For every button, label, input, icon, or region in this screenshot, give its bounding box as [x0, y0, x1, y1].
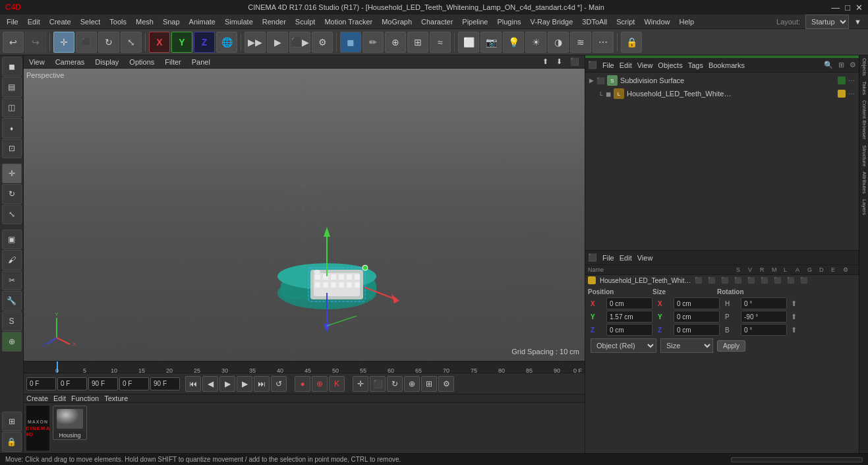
- move-anim-btn[interactable]: ✛: [353, 376, 368, 392]
- scale-tool-btn[interactable]: ⬛: [76, 32, 97, 53]
- menu-3dtoall[interactable]: 3DToAll: [578, 16, 611, 27]
- menu-motiontacker[interactable]: Motion Tracker: [320, 16, 376, 27]
- coord-system-select[interactable]: Object (Rel) World: [591, 338, 656, 353]
- grid-toggle-btn[interactable]: ⊞: [2, 412, 22, 431]
- bottom-file-btn[interactable]: File: [602, 254, 614, 262]
- mat-create-btn[interactable]: Create: [26, 394, 48, 402]
- menu-plugins[interactable]: Plugins: [493, 16, 525, 27]
- viewport-menu-panel[interactable]: Panel: [189, 58, 213, 66]
- grid-anim-btn[interactable]: ⊞: [421, 376, 437, 392]
- obj-bookmarks-btn[interactable]: Bookmarks: [709, 61, 745, 69]
- render-to-po-btn[interactable]: ⬛▶: [289, 32, 310, 53]
- pivot-anim-btn[interactable]: ⊕: [404, 376, 420, 392]
- z-axis-btn[interactable]: Z: [194, 32, 215, 53]
- menu-mograph[interactable]: MoGraph: [378, 16, 416, 27]
- render-settings-btn[interactable]: ⚙: [312, 32, 333, 53]
- camera-btn[interactable]: 📷: [480, 32, 502, 53]
- menu-character[interactable]: Character: [417, 16, 457, 27]
- obj-tags-btn[interactable]: Tags: [688, 61, 703, 69]
- menu-pipeline[interactable]: Pipeline: [458, 16, 492, 27]
- menu-edit[interactable]: Edit: [24, 16, 44, 27]
- go-start-btn[interactable]: ⏮: [185, 376, 201, 392]
- obj-edit-btn[interactable]: Edit: [620, 61, 632, 69]
- bottom-edit-btn[interactable]: Edit: [620, 254, 632, 262]
- deformer-btn[interactable]: ≈: [430, 32, 451, 53]
- preview-end-field[interactable]: 90 F: [150, 377, 180, 390]
- menu-simulate[interactable]: Simulate: [221, 16, 257, 27]
- material-btn[interactable]: ◑: [548, 32, 569, 53]
- tab-takes[interactable]: Takes: [859, 78, 868, 98]
- light-btn[interactable]: 💡: [503, 32, 524, 53]
- frame-current-field[interactable]: 0 F: [57, 377, 87, 390]
- mat-edit-btn[interactable]: Edit: [53, 394, 66, 402]
- viewport-menu-filter[interactable]: Filter: [162, 58, 183, 66]
- axis-btn[interactable]: ⊕: [2, 332, 22, 352]
- tab-structure[interactable]: Structure: [859, 142, 868, 169]
- redo-btn[interactable]: ↪: [25, 32, 46, 53]
- layout-arrow[interactable]: ▼: [850, 16, 865, 27]
- array-btn[interactable]: ⊞: [407, 32, 428, 53]
- menu-render[interactable]: Render: [258, 16, 290, 27]
- pos-z-field[interactable]: 0 cm: [606, 324, 652, 336]
- lock-btn[interactable]: 🔒: [2, 432, 22, 452]
- auto-key-btn[interactable]: K: [329, 376, 345, 392]
- pos-x-field[interactable]: 0 cm: [606, 297, 652, 309]
- rot-h-stepper[interactable]: ⬆: [791, 299, 797, 308]
- hair-btn[interactable]: ≋: [570, 32, 591, 53]
- size-select[interactable]: Size: [660, 338, 713, 353]
- menu-file[interactable]: File: [3, 16, 22, 27]
- selection-btn[interactable]: ▣: [2, 230, 22, 249]
- record-btn[interactable]: ●: [295, 376, 310, 392]
- rot-b-field[interactable]: 0 °: [741, 324, 787, 336]
- tab-objects[interactable]: Objects: [859, 55, 868, 78]
- floor-btn[interactable]: ⬜: [458, 32, 479, 53]
- maximize-btn[interactable]: □: [845, 3, 850, 13]
- viewport-menu-cameras[interactable]: Cameras: [53, 58, 88, 66]
- knife-btn[interactable]: ✂: [2, 270, 22, 290]
- obj-item-lamp[interactable]: L ◼ L Household_LED_Teeth_Whitening_Lamp…: [587, 87, 857, 100]
- pos-y-field[interactable]: 1.57 cm: [606, 311, 652, 323]
- frame-end-field[interactable]: 90 F: [88, 377, 118, 390]
- obj-settings-icon[interactable]: ⚙: [850, 61, 856, 69]
- menu-tools[interactable]: Tools: [105, 16, 130, 27]
- viewport-menu-view[interactable]: View: [26, 58, 47, 66]
- rot-p-stepper[interactable]: ⬆: [791, 313, 797, 321]
- menu-vray[interactable]: V-Ray Bridge: [527, 16, 577, 27]
- frame-start-field[interactable]: 0 F: [26, 377, 56, 390]
- scroll-indicator[interactable]: [731, 457, 863, 462]
- settings-anim-btn[interactable]: ⚙: [438, 376, 454, 392]
- size-x-field[interactable]: 0 cm: [674, 297, 720, 309]
- world-btn[interactable]: 🌐: [216, 32, 237, 53]
- obj-panel-icon[interactable]: ⊞: [838, 61, 844, 69]
- tab-layers[interactable]: Layers: [859, 197, 868, 218]
- mat-texture-btn[interactable]: Texture: [104, 394, 128, 402]
- render-region-btn[interactable]: ▶▶: [245, 32, 266, 53]
- menu-mesh[interactable]: Mesh: [132, 16, 158, 27]
- viewport-menu-display[interactable]: Display: [92, 58, 121, 66]
- size-z-field[interactable]: 0 cm: [674, 324, 720, 336]
- viewport-canvas[interactable]: Perspective: [24, 69, 585, 361]
- viewport-icon-2[interactable]: ⬇: [554, 57, 565, 66]
- y-axis-btn[interactable]: Y: [171, 32, 192, 53]
- rot-p-field[interactable]: -90 °: [741, 311, 787, 323]
- move-tool-btn[interactable]: ✛: [53, 32, 74, 53]
- edge-mode-btn[interactable]: ◫: [2, 98, 22, 117]
- obj-objects-btn[interactable]: Objects: [658, 61, 682, 69]
- material-housing[interactable]: Housing: [53, 406, 87, 440]
- record-point-btn[interactable]: ⊕: [312, 376, 328, 392]
- menu-window[interactable]: Window: [640, 16, 674, 27]
- uv-mode-btn[interactable]: ⊡: [2, 139, 22, 158]
- scale-side-btn[interactable]: ⤡: [2, 204, 22, 224]
- preview-start-field[interactable]: 0 F: [119, 377, 149, 390]
- rot-h-field[interactable]: 0 °: [741, 297, 787, 309]
- menu-select[interactable]: Select: [76, 16, 105, 27]
- point-mode-btn[interactable]: ⬧: [2, 118, 22, 138]
- loop-btn[interactable]: ↺: [271, 376, 287, 392]
- menu-animate[interactable]: Animate: [185, 16, 219, 27]
- viewport-icon-3[interactable]: ⬛: [567, 57, 582, 66]
- tab-attributes-right[interactable]: Attributes: [859, 169, 868, 197]
- menu-create[interactable]: Create: [45, 16, 75, 27]
- viewport-icon-1[interactable]: ⬆: [540, 57, 551, 66]
- move-btn[interactable]: ✛: [2, 164, 22, 183]
- obj-item-subdivision[interactable]: ▶ ⬛ S Subdivision Surface ⋯: [587, 74, 857, 87]
